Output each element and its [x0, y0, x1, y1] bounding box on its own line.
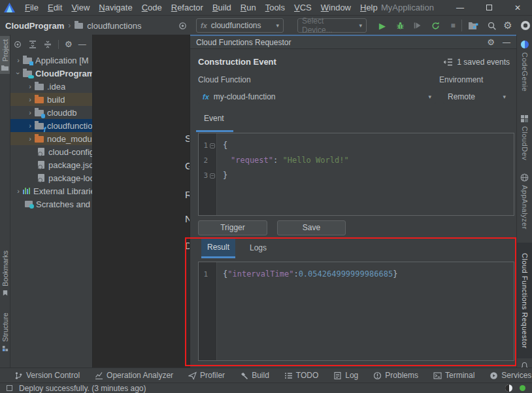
tree-item-idea[interactable]: › .idea: [10, 80, 92, 93]
tree-item-cloudprogram[interactable]: › CloudProgram: [10, 67, 92, 80]
breadcrumb-module[interactable]: cloudfunctions: [87, 21, 141, 31]
chevron-right-icon[interactable]: ›: [26, 82, 34, 90]
tree-item-build[interactable]: › build: [10, 93, 92, 106]
menu-window[interactable]: Window: [316, 3, 356, 12]
stop-button[interactable]: ■: [446, 19, 460, 32]
chevron-right-icon[interactable]: ›: [26, 95, 34, 103]
stripe-tab-structure[interactable]: Structure: [0, 313, 10, 352]
menu-view[interactable]: View: [67, 3, 94, 12]
close-button[interactable]: ✕: [503, 0, 532, 16]
menu-help[interactable]: Help: [356, 3, 382, 12]
menu-file[interactable]: File: [20, 3, 43, 12]
breadcrumb-separator-icon: ›: [68, 21, 71, 30]
run-button[interactable]: ▶: [375, 19, 390, 32]
editor-code[interactable]: { "request": "Hello World!" }: [217, 133, 349, 215]
database-folder-icon: [35, 110, 44, 116]
codegenie-status-icon[interactable]: [505, 384, 513, 392]
tree-item-label: node_modules: [47, 134, 92, 144]
tool-button-build[interactable]: Build: [240, 371, 269, 380]
module-folder-icon: [23, 58, 32, 64]
maximize-button[interactable]: [474, 0, 503, 16]
menu-refactor[interactable]: Refactor: [167, 3, 208, 12]
settings-gear-icon[interactable]: ⚙: [501, 19, 515, 32]
menu-build[interactable]: Build: [208, 3, 236, 12]
event-editor[interactable]: 1 2 3 { "request": "Hello World!" }: [198, 133, 514, 216]
tool-button-log[interactable]: Log: [333, 371, 358, 380]
chevron-right-icon[interactable]: ›: [14, 56, 22, 64]
stripe-tab-codegenie[interactable]: CodeGenie: [517, 40, 532, 92]
hammer-icon: [240, 371, 248, 380]
settings-gear-icon[interactable]: ⚙: [487, 37, 495, 47]
tool-button-profiler[interactable]: Profiler: [188, 371, 225, 380]
breadcrumb-project[interactable]: CloudProgram: [5, 21, 64, 31]
tree-item-cloud-config[interactable]: cloud-config: [10, 145, 92, 158]
tool-window-toggle-icon[interactable]: [7, 385, 12, 391]
select-opened-file-icon[interactable]: [13, 40, 22, 49]
tree-item-cloudfunctions[interactable]: › cloudfunctions: [10, 119, 92, 132]
tree-item-external-libraries[interactable]: › External Libraries: [10, 184, 92, 197]
menu-tools[interactable]: Tools: [261, 3, 290, 12]
trigger-button[interactable]: Trigger: [198, 220, 267, 235]
editor-background: S G R N D: [93, 35, 190, 367]
menu-code[interactable]: Code: [137, 3, 167, 12]
environment-label: Environment: [439, 75, 483, 84]
tool-button-operation-analyzer[interactable]: Operation Analyzer: [95, 371, 173, 380]
tree-item-clouddb[interactable]: › clouddb: [10, 106, 92, 119]
tool-button-todo[interactable]: TODO: [284, 371, 318, 380]
collapse-all-icon[interactable]: [43, 40, 52, 49]
device-select[interactable]: Select Device... ▾: [297, 18, 367, 33]
environment-select[interactable]: Remote ▾: [443, 90, 510, 104]
tab-logs[interactable]: Logs: [245, 238, 271, 258]
menu-navigate[interactable]: Navigate: [94, 3, 137, 12]
settings-gear-icon[interactable]: ⚙: [65, 39, 73, 49]
json-file-icon: [38, 174, 44, 182]
stripe-tab-cloud-functions-requestor[interactable]: Cloud Functions Requestor: [517, 243, 532, 358]
tree-item-application[interactable]: › Application [M: [10, 54, 92, 67]
chevron-right-icon[interactable]: ›: [26, 122, 34, 129]
cloud-module-folder-icon: [23, 71, 32, 77]
rerun-button[interactable]: [428, 19, 442, 32]
fold-marker-icon[interactable]: [210, 143, 215, 148]
tree-item-scratches[interactable]: Scratches and: [10, 197, 92, 211]
fold-marker-icon[interactable]: [210, 173, 215, 179]
folder-icon: [1, 65, 8, 71]
hide-panel-icon[interactable]: —: [503, 38, 510, 47]
attach-profiler-button[interactable]: [410, 19, 425, 32]
chevron-right-icon[interactable]: ›: [14, 187, 22, 195]
tree-item-package-json[interactable]: package.json: [10, 158, 92, 171]
tool-button-terminal[interactable]: Terminal: [433, 371, 474, 380]
stripe-tab-clouddev[interactable]: CloudDev: [517, 114, 532, 160]
menu-run[interactable]: Run: [236, 3, 261, 12]
assistant-avatar-icon[interactable]: [518, 19, 532, 32]
debug-button[interactable]: [393, 19, 407, 32]
structure-icon: [2, 345, 8, 352]
tool-button-services[interactable]: Services: [490, 371, 531, 380]
search-icon[interactable]: [484, 19, 499, 32]
stripe-tab-bookmarks[interactable]: Bookmarks: [0, 250, 10, 296]
menu-edit[interactable]: Edit: [43, 3, 67, 12]
background-text: G: [185, 160, 190, 171]
save-button[interactable]: Save: [277, 220, 346, 235]
tool-button-version-control[interactable]: Version Control: [14, 371, 80, 380]
tool-button-problems[interactable]: Problems: [373, 371, 418, 380]
chevron-expanded-icon[interactable]: ›: [14, 69, 22, 77]
hide-panel-icon[interactable]: —: [78, 40, 86, 49]
cloud-function-select[interactable]: fx my-cloud-function ▾: [198, 90, 436, 104]
saved-events-link[interactable]: 1 saved events: [443, 58, 510, 67]
tree-item-package-lock[interactable]: package-lock: [10, 171, 92, 184]
tab-result[interactable]: Result: [201, 238, 235, 258]
project-structure-icon[interactable]: [466, 19, 480, 32]
menu-vcs[interactable]: VCS: [290, 3, 316, 12]
minimize-button[interactable]: —: [446, 0, 474, 16]
stripe-tab-appanalyzer[interactable]: AppAnalyzer: [517, 173, 532, 230]
locate-icon[interactable]: [175, 19, 190, 32]
expand-all-icon[interactable]: [28, 40, 37, 49]
result-editor[interactable]: 1 {"intervalTime":0.054264999999986685}: [198, 262, 514, 361]
tree-item-node-modules[interactable]: › node_modules: [10, 132, 92, 145]
log-document-icon: [333, 371, 342, 380]
chevron-right-icon[interactable]: ›: [26, 109, 34, 116]
stripe-tab-project[interactable]: Project: [0, 36, 10, 74]
chevron-right-icon[interactable]: ›: [26, 135, 34, 143]
tab-event[interactable]: Event: [204, 114, 224, 123]
run-config-select[interactable]: fx cloudfunctions ▾: [196, 18, 284, 33]
